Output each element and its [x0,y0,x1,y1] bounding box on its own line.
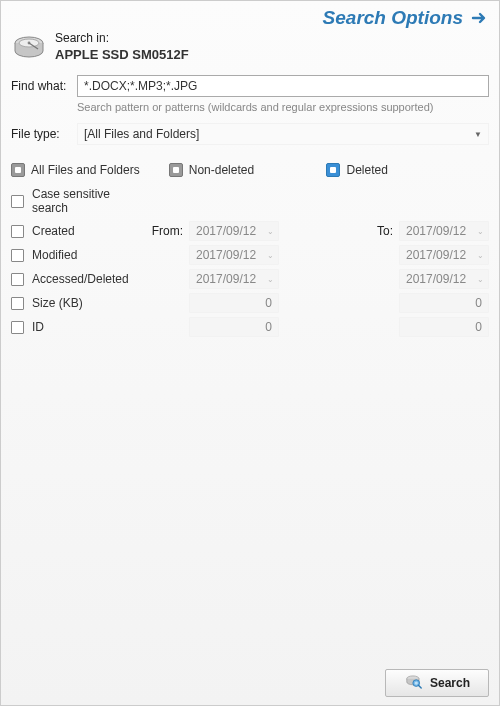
accessed-to-date[interactable]: 2017/09/12 ⌄ [399,269,489,289]
search-button[interactable]: Search [385,669,489,697]
search-in-drive-name: APPLE SSD SM0512F [55,47,189,64]
find-what-label: Find what: [11,79,71,93]
search-in-section: Search in: APPLE SSD SM0512F [1,31,499,73]
created-to-date[interactable]: 2017/09/12 ⌄ [399,221,489,241]
size-to-text: 0 [475,296,482,310]
modified-label: Modified [32,248,77,262]
chevron-down-icon: ⌄ [477,227,484,236]
filter-all[interactable]: All Files and Folders [11,163,169,177]
file-type-row: File type: [All Files and Folders] ▼ [1,121,499,153]
from-label: From: [147,224,183,238]
folder-square-icon [169,163,183,177]
accessed-label: Accessed/Deleted [32,272,129,286]
created-to-value: 2017/09/12 [406,224,466,238]
chevron-down-icon: ⌄ [267,227,274,236]
created-from-date[interactable]: 2017/09/12 ⌄ [189,221,279,241]
case-sensitive-row: Case sensitive search [11,189,489,213]
accessed-checkbox[interactable] [11,273,24,286]
file-type-select[interactable]: [All Files and Folders] ▼ [77,123,489,145]
id-from-value[interactable]: 0 [189,317,279,337]
chevron-down-icon: ⌄ [477,275,484,284]
chevron-down-icon: ⌄ [267,251,274,260]
accessed-row: Accessed/Deleted 2017/09/12 ⌄ 2017/09/12… [11,267,489,291]
footer: Search [1,661,499,705]
modified-from-date[interactable]: 2017/09/12 ⌄ [189,245,279,265]
chevron-down-icon: ⌄ [477,251,484,260]
search-in-text: Search in: APPLE SSD SM0512F [55,31,189,63]
state-filter-row: All Files and Folders Non-deleted Delete… [1,153,499,185]
find-what-helper: Search pattern or patterns (wildcards an… [1,99,499,121]
created-row: Created From: 2017/09/12 ⌄ To: 2017/09/1… [11,219,489,243]
size-label: Size (KB) [32,296,83,310]
modified-to-value: 2017/09/12 [406,248,466,262]
size-to-value[interactable]: 0 [399,293,489,313]
case-sensitive-label: Case sensitive search [32,187,141,215]
size-from-text: 0 [265,296,272,310]
search-button-label: Search [430,676,470,690]
to-label: To: [373,224,393,238]
modified-row: Modified 2017/09/12 ⌄ 2017/09/12 ⌄ [11,243,489,267]
accessed-from-value: 2017/09/12 [196,272,256,286]
modified-from-value: 2017/09/12 [196,248,256,262]
folder-square-icon [11,163,25,177]
created-label: Created [32,224,75,238]
id-checkbox[interactable] [11,321,24,334]
created-from-value: 2017/09/12 [196,224,256,238]
id-row: ID 0 0 [11,315,489,339]
search-drive-icon [404,672,424,695]
search-in-label: Search in: [55,31,189,47]
id-label: ID [32,320,44,334]
filter-non-deleted-label: Non-deleted [189,163,254,177]
find-what-row: Find what: [1,73,499,99]
modified-checkbox[interactable] [11,249,24,262]
id-to-text: 0 [475,320,482,334]
options-section: Case sensitive search Created From: 2017… [1,185,499,343]
filter-deleted-label: Deleted [346,163,387,177]
size-row: Size (KB) 0 0 [11,291,489,315]
size-checkbox[interactable] [11,297,24,310]
find-what-input[interactable] [77,75,489,97]
accessed-to-value: 2017/09/12 [406,272,466,286]
accessed-from-date[interactable]: 2017/09/12 ⌄ [189,269,279,289]
id-to-value[interactable]: 0 [399,317,489,337]
chevron-down-icon: ▼ [474,130,482,139]
header: Search Options [1,1,499,31]
forward-arrow-icon[interactable] [471,9,489,27]
size-from-value[interactable]: 0 [189,293,279,313]
id-from-text: 0 [265,320,272,334]
created-checkbox[interactable] [11,225,24,238]
modified-to-date[interactable]: 2017/09/12 ⌄ [399,245,489,265]
filter-all-label: All Files and Folders [31,163,140,177]
file-type-selected: [All Files and Folders] [84,127,199,141]
chevron-down-icon: ⌄ [267,275,274,284]
case-sensitive-checkbox[interactable] [11,195,24,208]
svg-point-5 [415,681,418,684]
page-title: Search Options [323,7,463,29]
folder-square-icon [326,163,340,177]
hard-drive-icon [11,31,47,67]
file-type-label: File type: [11,127,71,141]
filter-non-deleted[interactable]: Non-deleted [169,163,327,177]
filter-deleted[interactable]: Deleted [326,163,484,177]
